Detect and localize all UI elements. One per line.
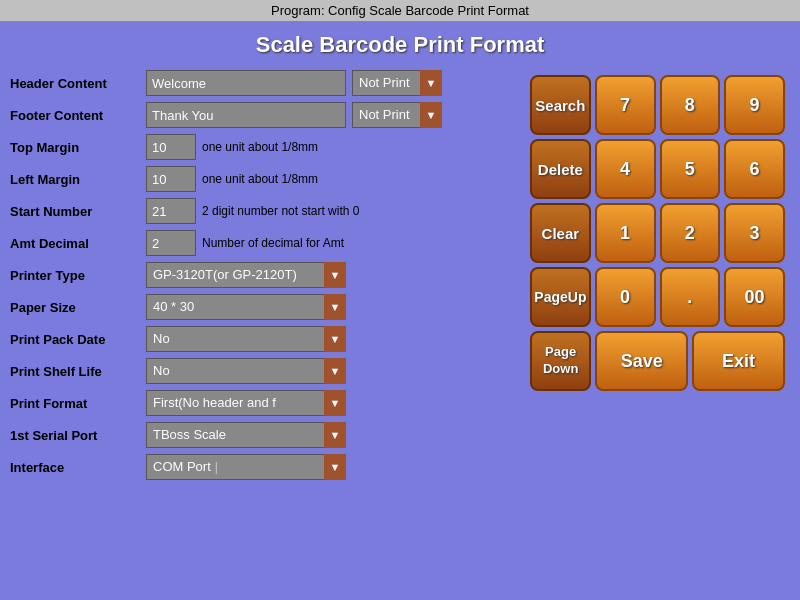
btn-6[interactable]: 6 [724,139,785,199]
amt-decimal-row: Amt Decimal Number of decimal for Amt [10,230,520,256]
header-content-row: Header Content Not Print ▼ [10,70,520,96]
serial-port-value: TBoss Scale [146,422,346,448]
start-number-hint: 2 digit number not start with 0 [202,204,359,218]
amt-decimal-label: Amt Decimal [10,236,140,251]
left-margin-hint: one unit about 1/8mm [202,172,318,186]
start-number-label: Start Number [10,204,140,219]
delete-button[interactable]: Delete [530,139,591,199]
print-format-row: Print Format First(No header and f ▼ [10,390,520,416]
top-margin-label: Top Margin [10,140,140,155]
print-format-label: Print Format [10,396,140,411]
paper-size-dropdown-btn[interactable]: ▼ [324,294,346,320]
print-shelf-life-value: No [146,358,346,384]
start-number-row: Start Number 2 digit number not start wi… [10,198,520,224]
btn-5[interactable]: 5 [660,139,721,199]
footer-content-input[interactable] [146,102,346,128]
paper-size-label: Paper Size [10,300,140,315]
main-title: Scale Barcode Print Format [0,32,800,58]
btn-9[interactable]: 9 [724,75,785,135]
interface-value: COM Port | [146,454,346,480]
print-shelf-life-label: Print Shelf Life [10,364,140,379]
print-pack-date-label: Print Pack Date [10,332,140,347]
btn-dot[interactable]: . [660,267,721,327]
title-bar-text: Program: Config Scale Barcode Print Form… [271,3,529,18]
print-pack-date-value: No [146,326,346,352]
header-content-label: Header Content [10,76,140,91]
numpad-area: Search 7 8 9 Delete 4 5 6 Clear 1 2 3 Pa… [520,70,790,480]
interface-dropdown-btn[interactable]: ▼ [324,454,346,480]
numpad-row-5: PageDown Save Exit [530,331,785,391]
start-number-input[interactable] [146,198,196,224]
printer-type-row: Printer Type GP-3120T(or GP-2120T) ▼ [10,262,520,288]
btn-8[interactable]: 8 [660,75,721,135]
btn-7[interactable]: 7 [595,75,656,135]
paper-size-value: 40 * 30 [146,294,346,320]
footer-content-label: Footer Content [10,108,140,123]
print-pack-date-dropdown-btn[interactable]: ▼ [324,326,346,352]
numpad-row-2: Delete 4 5 6 [530,139,785,199]
interface-label: Interface [10,460,140,475]
exit-button[interactable]: Exit [692,331,785,391]
numpad-row-4: PageUp 0 . 00 [530,267,785,327]
paper-size-row: Paper Size 40 * 30 ▼ [10,294,520,320]
btn-00[interactable]: 00 [724,267,785,327]
interface-row: Interface COM Port | ▼ [10,454,520,480]
amt-decimal-input[interactable] [146,230,196,256]
footer-content-row: Footer Content Not Print ▼ [10,102,520,128]
print-pack-date-row: Print Pack Date No ▼ [10,326,520,352]
serial-port-label: 1st Serial Port [10,428,140,443]
printer-type-label: Printer Type [10,268,140,283]
header-content-input[interactable] [146,70,346,96]
printer-type-dropdown-btn[interactable]: ▼ [324,262,346,288]
btn-2[interactable]: 2 [660,203,721,263]
btn-1[interactable]: 1 [595,203,656,263]
save-button[interactable]: Save [595,331,688,391]
printer-type-value: GP-3120T(or GP-2120T) [146,262,346,288]
pageup-button[interactable]: PageUp [530,267,591,327]
title-bar: Program: Config Scale Barcode Print Form… [0,0,800,22]
clear-button[interactable]: Clear [530,203,591,263]
left-margin-row: Left Margin one unit about 1/8mm [10,166,520,192]
btn-4[interactable]: 4 [595,139,656,199]
left-margin-input[interactable] [146,166,196,192]
top-margin-input[interactable] [146,134,196,160]
print-shelf-life-row: Print Shelf Life No ▼ [10,358,520,384]
pagedown-button[interactable]: PageDown [530,331,591,391]
top-margin-row: Top Margin one unit about 1/8mm [10,134,520,160]
top-margin-hint: one unit about 1/8mm [202,140,318,154]
btn-3[interactable]: 3 [724,203,785,263]
header-print-dropdown-btn[interactable]: ▼ [420,70,442,96]
serial-port-dropdown-btn[interactable]: ▼ [324,422,346,448]
left-margin-label: Left Margin [10,172,140,187]
footer-print-dropdown-btn[interactable]: ▼ [420,102,442,128]
print-shelf-life-dropdown-btn[interactable]: ▼ [324,358,346,384]
print-format-dropdown-btn[interactable]: ▼ [324,390,346,416]
form-area: Header Content Not Print ▼ Footer Conten… [10,70,520,480]
numpad-row-1: Search 7 8 9 [530,75,785,135]
btn-0[interactable]: 0 [595,267,656,327]
print-format-value: First(No header and f [146,390,346,416]
serial-port-row: 1st Serial Port TBoss Scale ▼ [10,422,520,448]
amt-decimal-hint: Number of decimal for Amt [202,236,344,250]
numpad-row-3: Clear 1 2 3 [530,203,785,263]
search-button[interactable]: Search [530,75,591,135]
